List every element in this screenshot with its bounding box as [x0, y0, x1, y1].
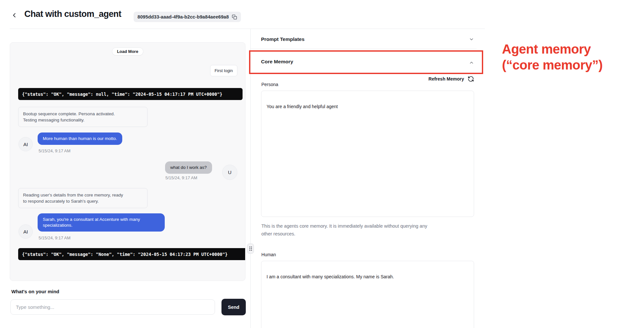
annotation-line: (“core memory”): [502, 57, 602, 73]
refresh-icon: [468, 76, 474, 82]
core-memory-description: This is the agents core memory. It is im…: [261, 222, 427, 238]
agent-message-line: specializations.: [43, 222, 160, 228]
first-login-badge: First login: [210, 65, 237, 76]
load-more-button[interactable]: Load More: [112, 47, 144, 56]
chevron-up-icon[interactable]: [469, 60, 474, 65]
description-line: This is the agents core memory. It is im…: [261, 222, 427, 230]
user-message-bubble: what do I work as?: [165, 161, 212, 174]
chevron-down-icon[interactable]: [469, 37, 474, 42]
refresh-memory-label: Refresh Memory: [428, 76, 464, 82]
description-line: other resources.: [261, 230, 427, 238]
user-avatar: U: [222, 165, 237, 180]
chevron-left-icon: [11, 12, 18, 19]
chat-app: Chat with custom_agent 8095dd33-aaad-4f9…: [0, 0, 644, 328]
copy-icon[interactable]: [232, 14, 237, 19]
agent-message-line: Sarah, you're a consultant at Accenture …: [43, 217, 160, 222]
persona-field-label: Persona: [261, 82, 278, 87]
panel-resize-handle[interactable]: [247, 244, 254, 254]
monologue-line: to respond accurately to Sarah's query.: [23, 198, 143, 204]
human-field-label: Human: [261, 252, 276, 257]
message-timestamp: 5/15/24, 9:17 AM: [39, 235, 70, 240]
monologue-line: Reading user's details from the core mem…: [23, 192, 143, 198]
composer-label: What's on your mind: [11, 289, 59, 294]
message-input[interactable]: [10, 299, 215, 315]
prompt-templates-header[interactable]: Prompt Templates: [261, 36, 304, 42]
message-timestamp: 5/15/24, 9:17 AM: [165, 175, 197, 180]
agent-message-bubble: More human than human is our motto.: [38, 132, 122, 145]
panel-divider: [250, 29, 251, 328]
monologue-line: Bootup sequence complete. Persona activa…: [23, 111, 143, 117]
agent-id-value: 8095dd33-aaad-4f9a-b2cc-b9a84aee69a8: [137, 14, 229, 19]
agent-avatar: AI: [18, 224, 33, 239]
persona-textarea[interactable]: You are a friendly and helpful agent: [261, 91, 474, 217]
function-result-message: {"status": "OK", "message": null, "time"…: [18, 88, 243, 100]
annotation-text: Agent memory (“core memory”): [502, 41, 602, 73]
section-divider: [251, 49, 477, 49]
function-result-message: {"status": "OK", "message": "None", "tim…: [18, 248, 245, 260]
monologue-line: Testing messaging functionality.: [23, 117, 143, 123]
page-title: Chat with custom_agent: [24, 9, 121, 19]
core-memory-header[interactable]: Core Memory: [261, 59, 293, 65]
refresh-memory-button[interactable]: Refresh Memory: [428, 76, 474, 82]
send-button[interactable]: Send: [221, 299, 246, 315]
human-textarea[interactable]: I am a consultant with many specializati…: [261, 261, 474, 328]
agent-id-badge: 8095dd33-aaad-4f9a-b2cc-b9a84aee69a8: [134, 12, 241, 22]
inner-monologue-message: Reading user's details from the core mem…: [18, 188, 148, 208]
inner-monologue-message: Bootup sequence complete. Persona activa…: [18, 107, 148, 127]
agent-avatar: AI: [18, 137, 33, 151]
back-button[interactable]: [10, 11, 19, 20]
annotation-line: Agent memory: [502, 41, 602, 57]
chat-message-list: Load More First login {"status": "OK", "…: [10, 42, 245, 281]
header-divider: [10, 29, 485, 29]
drag-handle-icon: [249, 246, 252, 251]
message-timestamp: 5/15/24, 9:17 AM: [39, 148, 70, 153]
agent-message-bubble: Sarah, you're a consultant at Accenture …: [38, 213, 165, 232]
